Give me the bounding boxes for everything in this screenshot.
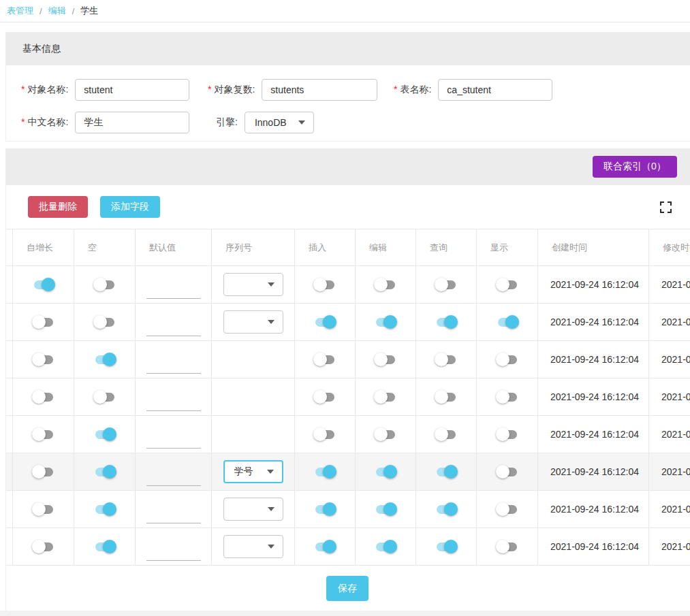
default-value-input[interactable]	[146, 542, 201, 561]
column-header-created_at: 创建时间	[538, 229, 649, 265]
fullscreen-icon[interactable]	[660, 201, 672, 213]
query-toggle[interactable]	[437, 355, 456, 364]
default-value-input[interactable]	[146, 280, 201, 299]
nullable-toggle[interactable]	[95, 318, 114, 327]
edit-toggle[interactable]	[376, 542, 395, 551]
default-value-input[interactable]	[146, 355, 201, 374]
display-toggle[interactable]	[498, 280, 517, 289]
insert-toggle[interactable]	[315, 430, 334, 439]
engine-label: 引擎:	[216, 116, 238, 129]
default-value-input[interactable]	[146, 392, 201, 411]
table-footer: 保存	[6, 566, 690, 611]
default-value-input[interactable]	[146, 467, 201, 486]
display-toggle[interactable]	[498, 430, 517, 439]
insert-toggle[interactable]	[315, 280, 334, 289]
insert-toggle[interactable]	[315, 468, 334, 476]
serial-number-select-cell	[212, 416, 295, 453]
auto-increment-toggle[interactable]	[34, 542, 53, 551]
edit-toggle[interactable]	[376, 505, 395, 514]
edit-toggle[interactable]	[376, 318, 395, 327]
toggle-thumb	[32, 390, 46, 404]
auto-increment-toggle[interactable]	[34, 280, 53, 289]
insert-toggle[interactable]	[315, 505, 334, 514]
serial-number-select[interactable]: 学号	[223, 460, 283, 483]
created-time-cell-cell: 2021-09-24 16:12:04	[538, 528, 649, 565]
display-toggle-cell	[477, 453, 538, 490]
breadcrumb-table-management[interactable]: 表管理	[7, 5, 33, 17]
insert-toggle-cell	[295, 453, 356, 490]
nullable-toggle-cell	[74, 378, 136, 415]
insert-toggle[interactable]	[315, 393, 334, 402]
auto-increment-toggle[interactable]	[34, 430, 53, 439]
object-plural-input[interactable]	[262, 79, 377, 101]
table-name-input[interactable]	[438, 79, 552, 101]
edit-toggle-cell	[356, 453, 416, 490]
display-toggle[interactable]	[498, 542, 517, 551]
serial-number-select[interactable]	[223, 310, 283, 334]
query-toggle[interactable]	[437, 318, 456, 327]
nullable-toggle[interactable]	[95, 355, 114, 364]
breadcrumb-edit[interactable]: 编辑	[48, 5, 66, 17]
nullable-toggle[interactable]	[95, 393, 114, 402]
nullable-toggle[interactable]	[95, 280, 114, 289]
insert-toggle[interactable]	[315, 318, 334, 327]
default-value-input[interactable]	[146, 317, 201, 336]
query-toggle[interactable]	[437, 393, 456, 402]
created-time-cell-cell: 2021-09-24 16:12:04	[538, 453, 649, 490]
toggle-thumb	[374, 427, 388, 441]
display-toggle-cell	[477, 416, 538, 453]
display-toggle[interactable]	[498, 355, 517, 364]
toggle-thumb	[435, 390, 448, 404]
query-toggle[interactable]	[437, 542, 456, 551]
insert-toggle[interactable]	[315, 355, 334, 364]
serial-number-select[interactable]	[223, 498, 283, 521]
serial-number-select[interactable]	[223, 273, 283, 296]
engine-select[interactable]: InnoDB	[245, 112, 314, 133]
nullable-toggle[interactable]	[95, 430, 114, 439]
auto-increment-toggle[interactable]	[34, 355, 53, 364]
auto-increment-toggle[interactable]	[34, 318, 53, 327]
auto-increment-toggle-cell	[13, 266, 74, 303]
serial-number-select-cell	[212, 528, 295, 565]
insert-toggle[interactable]	[315, 542, 334, 551]
field-table-name: *表名称:	[394, 79, 552, 101]
row-sliver-cell	[6, 528, 13, 565]
chinese-name-input[interactable]	[75, 112, 189, 133]
display-toggle[interactable]	[498, 393, 517, 402]
display-toggle[interactable]	[498, 468, 517, 476]
default-value-input-cell	[136, 266, 212, 303]
query-toggle[interactable]	[437, 280, 456, 289]
batch-delete-button[interactable]: 批量删除	[28, 196, 88, 218]
display-toggle[interactable]	[498, 505, 517, 514]
default-value-input[interactable]	[146, 429, 201, 449]
query-toggle[interactable]	[437, 468, 456, 476]
updated-time-cell-cell: 2021-09-24 16:12:04	[649, 341, 690, 378]
table-row: 2021-09-24 16:12:042021-09-24 16:12:04	[6, 416, 690, 453]
edit-toggle[interactable]	[376, 468, 395, 476]
edit-toggle[interactable]	[376, 355, 395, 364]
default-value-input-cell	[136, 528, 212, 565]
edit-toggle[interactable]	[376, 430, 395, 439]
object-name-input[interactable]	[75, 79, 189, 101]
nullable-toggle[interactable]	[95, 542, 114, 551]
auto-increment-toggle[interactable]	[34, 468, 53, 476]
default-value-input[interactable]	[146, 504, 201, 523]
query-toggle[interactable]	[437, 505, 456, 514]
edit-toggle[interactable]	[376, 280, 395, 289]
edit-toggle[interactable]	[376, 393, 395, 402]
chevron-down-icon	[268, 282, 275, 287]
auto-increment-toggle[interactable]	[34, 505, 53, 514]
nullable-toggle[interactable]	[95, 505, 114, 514]
serial-number-select[interactable]	[223, 535, 283, 558]
display-toggle[interactable]	[498, 318, 517, 327]
add-field-button[interactable]: 添加字段	[100, 196, 160, 218]
union-index-button[interactable]: 联合索引（0）	[593, 156, 677, 178]
created-time-cell-cell: 2021-09-24 16:12:04	[538, 416, 649, 453]
query-toggle[interactable]	[437, 430, 456, 439]
field-engine: 引擎: InnoDB	[216, 112, 314, 133]
toggle-thumb	[374, 353, 388, 366]
auto-increment-toggle[interactable]	[34, 393, 53, 402]
nullable-toggle[interactable]	[95, 468, 114, 476]
chevron-down-icon	[267, 470, 274, 474]
save-button[interactable]: 保存	[326, 576, 368, 601]
